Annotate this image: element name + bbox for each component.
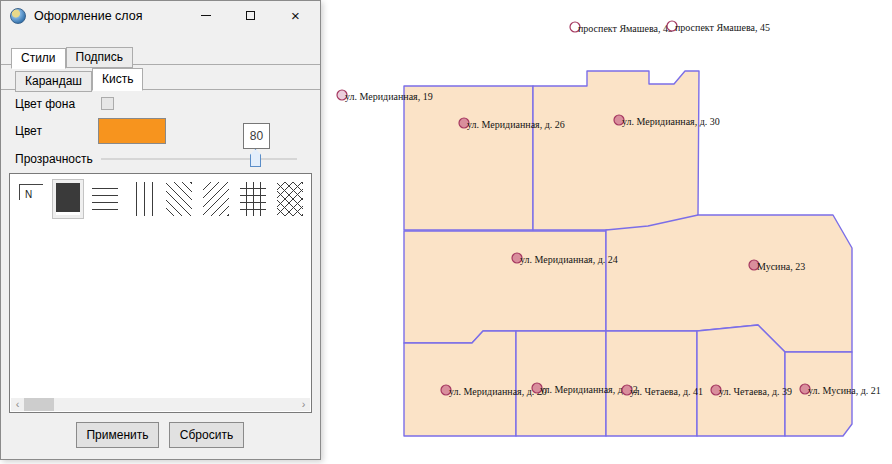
map-label-musina-23: Мусина, 23 (757, 261, 805, 272)
globe-icon (10, 8, 26, 24)
horizontal-pattern-icon (92, 182, 118, 216)
map-label-chetaeva-41: ул. Четаева, д. 41 (630, 386, 703, 397)
pattern-swatch-solid[interactable] (53, 180, 83, 218)
parcel-meridiannaya-30[interactable] (533, 71, 699, 230)
map-label-meridiannaya-19: ул. Меридианная, 19 (345, 91, 433, 102)
pattern-listbox: N ‹ › (9, 173, 312, 413)
no-fill-glyph: N (25, 189, 32, 200)
pattern-swatch-backward-diagonal[interactable] (164, 180, 194, 218)
transparency-label: Прозрачность (15, 152, 93, 166)
scroll-left-icon[interactable]: ‹ (11, 398, 24, 411)
color-label: Цвет (15, 124, 42, 138)
map-label-musina-21: ул. Мусина, д. 21 (808, 385, 881, 396)
close-icon: × (291, 8, 300, 23)
layer-style-dialog: Оформление слоя × СтилиПодпись КарандашК… (0, 0, 321, 460)
map-label-yamasheva-43: проспект Ямашева, 43 (578, 23, 673, 34)
minimize-button[interactable] (183, 1, 228, 30)
tab-brush[interactable]: Кисть (92, 68, 143, 91)
primary-tab-strip: СтилиПодпись (1, 47, 320, 65)
pattern-swatch-cross[interactable] (238, 180, 268, 218)
background-color-label: Цвет фона (15, 97, 75, 111)
parcel-meridiannaya-26[interactable] (404, 86, 533, 230)
apply-button[interactable]: Применить (76, 422, 159, 448)
pattern-swatch-forward-diagonal[interactable] (201, 180, 231, 218)
maximize-icon (246, 11, 255, 20)
map-label-meridiannaya-26: ул. Меридианная, д. 26 (467, 119, 565, 130)
pattern-swatch-diagonal-cross[interactable] (275, 180, 305, 218)
vertical-pattern-icon (129, 182, 155, 216)
parcel-chetaeva-39[interactable] (697, 325, 785, 436)
map-label-yamasheva-45: проспект Ямашева, 45 (675, 22, 770, 33)
background-color-checkbox[interactable] (101, 97, 114, 110)
none-pattern-icon: N (18, 182, 44, 216)
tab-caption[interactable]: Подпись (66, 47, 134, 68)
map-label-chetaeva-39: ул. Четаева, д. 39 (719, 386, 792, 397)
transparency-slider-track[interactable] (101, 158, 297, 160)
color-swatch[interactable] (98, 118, 166, 144)
reset-button[interactable]: Сбросить (169, 422, 244, 448)
minimize-icon (201, 15, 211, 16)
close-button[interactable]: × (273, 1, 318, 30)
window-title: Оформление слоя (34, 1, 142, 31)
forward-diagonal-pattern-icon (203, 182, 229, 216)
parcel-meridiannaya-20[interactable] (404, 331, 516, 436)
cross-pattern-icon (240, 182, 266, 216)
scrollbar-thumb[interactable] (24, 398, 54, 411)
pattern-swatch-horizontal[interactable] (90, 180, 120, 218)
transparency-slider-thumb[interactable] (250, 149, 261, 167)
backward-diagonal-pattern-icon (166, 182, 192, 216)
diagonal-cross-pattern-icon (277, 182, 303, 216)
horizontal-scrollbar[interactable]: ‹ › (11, 398, 310, 411)
parcel-meridiannaya-24[interactable] (404, 231, 606, 343)
tab-styles[interactable]: Стили (11, 48, 66, 69)
pattern-swatch-none[interactable]: N (16, 180, 46, 218)
map-label-meridiannaya-24: ул. Меридианная, д. 24 (520, 254, 618, 265)
secondary-tab-strip: КарандашКисть (1, 68, 320, 90)
map-label-meridiannaya-30: ул. Меридианная, д. 30 (622, 116, 720, 127)
pattern-swatch-vertical[interactable] (127, 180, 157, 218)
maximize-button[interactable] (228, 1, 273, 30)
tab-pencil[interactable]: Карандаш (15, 71, 92, 92)
title-bar[interactable]: Оформление слоя × (1, 1, 320, 31)
scroll-right-icon[interactable]: › (297, 398, 310, 411)
solid-pattern-icon (56, 183, 80, 215)
pattern-list-row: N (16, 180, 312, 218)
transparency-value: 80 (243, 123, 270, 149)
